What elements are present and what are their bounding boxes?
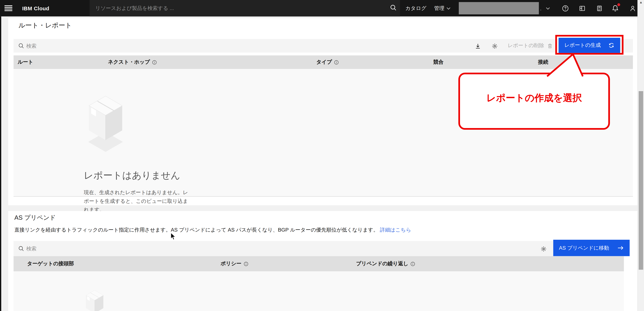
account-chevron-down-icon[interactable] <box>546 0 550 16</box>
routes-table-header: ルート ネクスト・ホップ タイプ 競合 接続 <box>14 55 633 69</box>
menu-icon[interactable] <box>4 5 12 11</box>
page-title: ルート・レポート <box>18 21 72 30</box>
prepend-toolbar <box>14 241 553 256</box>
scrollbar-thumb[interactable] <box>639 91 643 270</box>
header-search-input[interactable] <box>95 0 342 16</box>
column-type[interactable]: タイプ <box>316 55 339 69</box>
delete-report-button[interactable]: レポートの削除 <box>508 39 553 52</box>
nav-manage-label: 管理 <box>434 5 444 12</box>
generate-report-label: レポートの生成 <box>564 42 601 49</box>
as-prepend-description: 直接リンクを経由するトラフィックのルート指定に作用させます。AS プリペンドによ… <box>14 227 411 234</box>
column-route[interactable]: ルート <box>18 55 33 69</box>
help-icon[interactable] <box>559 2 571 14</box>
page-scrollbar[interactable]: ▲ <box>638 0 644 311</box>
search-icon[interactable] <box>390 4 397 13</box>
generate-report-button[interactable]: レポートの生成 <box>559 38 620 53</box>
delete-report-label: レポートの削除 <box>508 42 544 49</box>
trash-icon <box>547 43 553 48</box>
column-conflict-label: 競合 <box>433 59 444 66</box>
column-conflict[interactable]: 競合 <box>433 55 444 69</box>
column-route-label: ルート <box>18 59 33 66</box>
settings-gear-icon[interactable] <box>538 243 549 255</box>
empty-state-description: 現在、生成されたレポートはありません。レポートを生成すると、このビューに取り込ま… <box>84 189 190 214</box>
cost-calculator-icon[interactable] <box>593 2 605 14</box>
header-nav: カタログ 管理 . <box>400 0 638 16</box>
search-icon <box>18 43 24 50</box>
info-icon <box>334 60 339 65</box>
scrollbar-up-arrow[interactable]: ▲ <box>638 0 644 4</box>
prepend-search-input[interactable] <box>26 241 150 256</box>
as-prepend-description-text: 直接リンクを経由するトラフィックのルート指定に作用させます。AS プリペンドによ… <box>14 227 378 233</box>
column-prepend-repeat-label: プリペンドの繰り返し <box>356 260 408 267</box>
renew-refresh-icon <box>608 42 614 48</box>
info-icon <box>152 60 157 65</box>
info-icon <box>244 261 248 266</box>
arrow-right-icon <box>618 245 624 251</box>
column-next-hop-label: ネクスト・ホップ <box>108 59 150 66</box>
routes-toolbar: レポートの削除 レポートの生成 <box>14 39 633 52</box>
empty-box-illustration <box>87 95 124 153</box>
notification-dot <box>618 3 620 6</box>
window-left-edge <box>0 16 1 311</box>
empty-state-heading: レポートはありません <box>84 169 180 182</box>
settings-gear-icon[interactable] <box>489 40 500 52</box>
account-redacted-block <box>459 2 539 14</box>
notifications-bell-icon[interactable] <box>609 2 621 14</box>
column-type-label: タイプ <box>316 59 332 66</box>
nav-catalog[interactable]: カタログ <box>406 0 426 16</box>
info-icon <box>410 261 416 266</box>
as-prepend-title: AS プリペンド <box>14 214 56 222</box>
column-connection[interactable]: 接続 <box>538 55 548 69</box>
search-icon <box>18 245 24 253</box>
user-avatar-icon[interactable] <box>626 2 639 14</box>
column-policy[interactable]: ポリシー <box>220 256 248 272</box>
prepend-table-header: ターゲットの接頭部 ポリシー プリペンドの繰り返し <box>14 256 624 272</box>
nav-manage[interactable]: 管理 <box>434 0 444 16</box>
as-prepend-section: AS プリペンド 直接リンクを経由するトラフィックのルート指定に作用させます。A… <box>8 211 638 311</box>
go-to-as-prepend-button[interactable]: AS プリペンドに移動 <box>553 240 630 256</box>
header-search <box>90 0 400 16</box>
learn-more-link[interactable]: 詳細はこちら <box>380 227 411 233</box>
download-icon[interactable] <box>472 40 484 52</box>
column-prepend-repeat[interactable]: プリペンドの繰り返し <box>356 256 415 272</box>
chevron-down-icon[interactable] <box>446 0 450 16</box>
prepend-empty-table-body <box>14 271 624 311</box>
column-target-prefix[interactable]: ターゲットの接頭部 <box>27 256 74 272</box>
empty-box-illustration <box>85 290 104 311</box>
column-target-prefix-label: ターゲットの接頭部 <box>27 260 74 267</box>
column-connection-label: 接続 <box>538 59 548 66</box>
account-text-fragment: . <box>540 6 542 11</box>
routes-search-input[interactable] <box>26 39 150 52</box>
column-next-hop[interactable]: ネクスト・ホップ <box>108 55 157 69</box>
go-to-as-prepend-label: AS プリペンドに移動 <box>559 245 609 252</box>
docs-panel-icon[interactable] <box>576 2 588 14</box>
annotation-callout: レポートの作成を選択 <box>458 73 610 130</box>
app-viewport: IBM Cloud カタログ 管理 . <box>0 0 644 311</box>
annotation-callout-label: レポートの作成を選択 <box>486 91 582 104</box>
column-policy-label: ポリシー <box>220 260 242 267</box>
top-header: IBM Cloud カタログ 管理 . <box>0 0 638 16</box>
ibm-cloud-logo[interactable]: IBM Cloud <box>22 5 49 11</box>
